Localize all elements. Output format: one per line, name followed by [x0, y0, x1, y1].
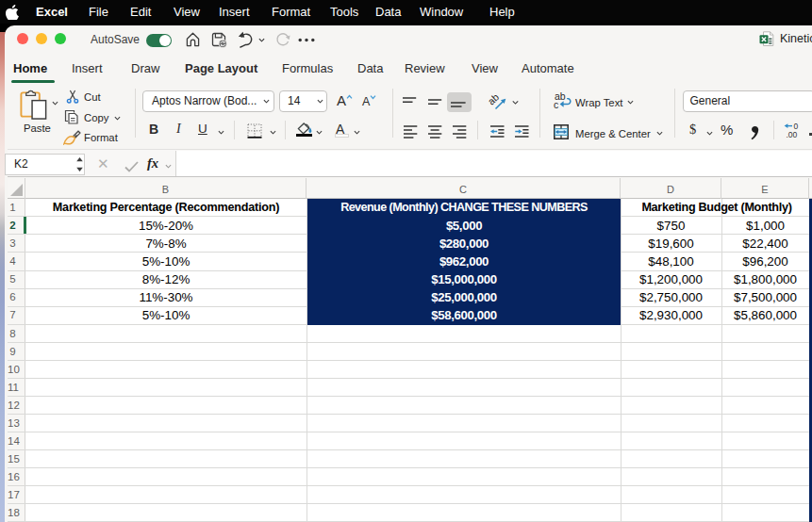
svg-text:.00: .00	[787, 130, 798, 139]
